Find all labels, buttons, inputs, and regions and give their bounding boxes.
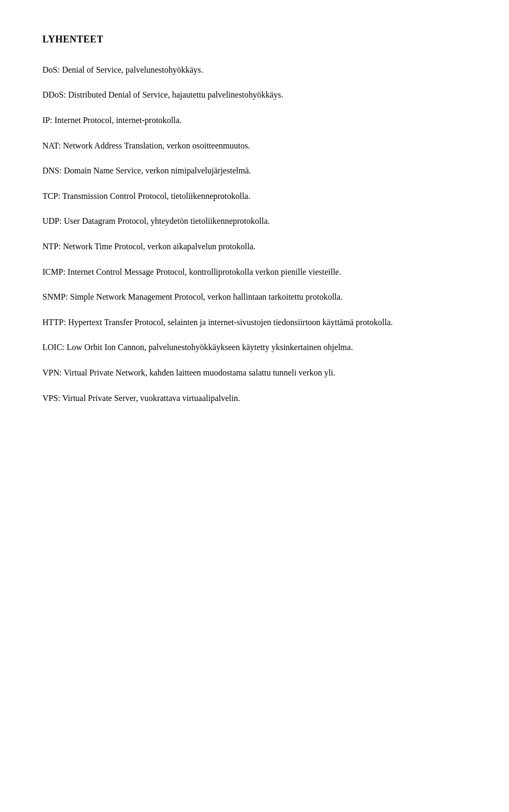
abbreviation-text-vps: VPS: Virtual Private Server, vuokrattava… (42, 391, 467, 405)
abbreviation-item-loic: LOIC: Low Orbit Ion Cannon, palvelunesto… (42, 340, 467, 354)
abbreviation-item-udp: UDP: User Datagram Protocol, yhteydetön … (42, 214, 467, 228)
abbreviation-text-dns: DNS: Domain Name Service, verkon nimipal… (42, 164, 467, 178)
abbreviation-item-ip: IP: Internet Protocol, internet-protokol… (42, 113, 467, 127)
abbreviation-item-dns: DNS: Domain Name Service, verkon nimipal… (42, 164, 467, 178)
abbreviation-item-nat: NAT: Network Address Translation, verkon… (42, 139, 467, 153)
abbreviation-text-http: HTTP: Hypertext Transfer Protocol, selai… (42, 316, 467, 329)
abbreviation-item-snmp: SNMP: Simple Network Management Protocol… (42, 290, 467, 304)
abbreviation-item-vpn: VPN: Virtual Private Network, kahden lai… (42, 366, 467, 380)
abbreviation-text-tcp: TCP: Transmission Control Protocol, tiet… (42, 189, 467, 203)
abbreviations-list: DoS: Denial of Service, palvelunestohyök… (42, 63, 467, 405)
abbreviation-item-ntp: NTP: Network Time Protocol, verkon aikap… (42, 240, 467, 254)
abbreviation-item-icmp: ICMP: Internet Control Message Protocol,… (42, 265, 467, 279)
abbreviation-text-icmp: ICMP: Internet Control Message Protocol,… (42, 265, 467, 279)
abbreviation-item-dos: DoS: Denial of Service, palvelunestohyök… (42, 63, 467, 77)
abbreviation-item-vps: VPS: Virtual Private Server, vuokrattava… (42, 391, 467, 405)
abbreviation-item-http: HTTP: Hypertext Transfer Protocol, selai… (42, 316, 467, 329)
abbreviation-text-loic: LOIC: Low Orbit Ion Cannon, palvelunesto… (42, 340, 467, 354)
abbreviation-text-dos: DoS: Denial of Service, palvelunestohyök… (42, 63, 467, 77)
abbreviation-text-snmp: SNMP: Simple Network Management Protocol… (42, 290, 467, 304)
abbreviation-text-ip: IP: Internet Protocol, internet-protokol… (42, 113, 467, 127)
section-title: LYHENTEET (42, 32, 467, 47)
abbreviation-item-ddos: DDoS: Distributed Denial of Service, haj… (42, 88, 467, 102)
abbreviation-item-tcp: TCP: Transmission Control Protocol, tiet… (42, 189, 467, 203)
abbreviation-text-udp: UDP: User Datagram Protocol, yhteydetön … (42, 214, 467, 228)
abbreviation-text-nat: NAT: Network Address Translation, verkon… (42, 139, 467, 153)
abbreviation-text-ddos: DDoS: Distributed Denial of Service, haj… (42, 88, 467, 102)
page-container: LYHENTEET DoS: Denial of Service, palvel… (0, 0, 509, 812)
abbreviation-text-vpn: VPN: Virtual Private Network, kahden lai… (42, 366, 467, 380)
abbreviation-text-ntp: NTP: Network Time Protocol, verkon aikap… (42, 240, 467, 254)
